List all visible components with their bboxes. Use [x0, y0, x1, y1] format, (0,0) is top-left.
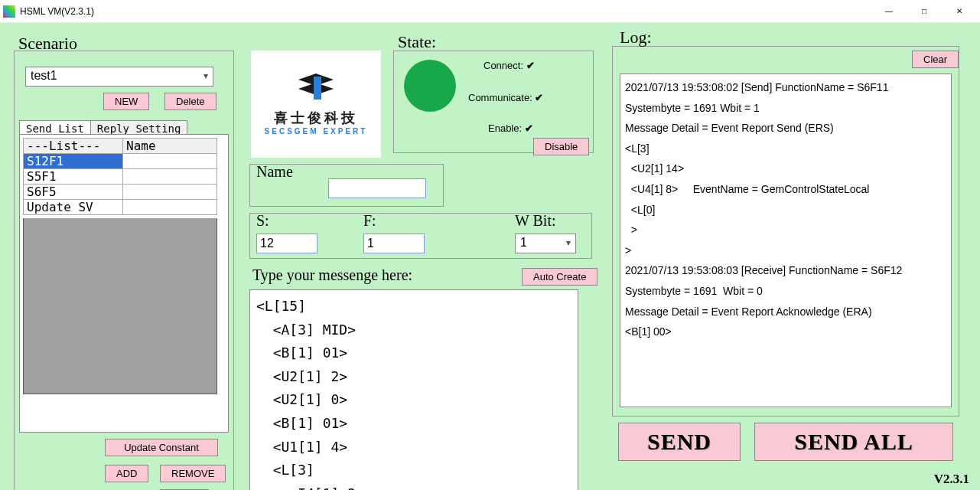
update-constant-button[interactable]: Update Constant: [105, 439, 218, 456]
logo-text-cn: 喜士俊科技: [274, 109, 358, 127]
connect-label: Connect:: [483, 60, 523, 71]
cell-name: [123, 169, 217, 185]
table-row[interactable]: Update SV: [24, 200, 217, 215]
wbit-value: 1: [520, 236, 527, 249]
scenario-select-value: test1: [31, 69, 57, 82]
cell-name: [123, 185, 217, 200]
cell-list: Update SV: [24, 200, 123, 215]
minimize-button[interactable]: —: [871, 0, 907, 23]
table-row[interactable]: S6F5: [24, 185, 217, 200]
add-button[interactable]: ADD: [105, 465, 148, 482]
logo-icon: [295, 74, 337, 104]
f-input[interactable]: [363, 234, 425, 253]
send-list-grid[interactable]: ---List--- Name S12F1 S5F1 S6F5 Update S…: [23, 138, 217, 215]
state-label: State:: [398, 32, 436, 52]
cell-name: [123, 154, 217, 169]
name-group: Name: [249, 164, 444, 207]
message-textarea[interactable]: <L[15] <A[3] MID> <B[1] 01> <U2[1] 2> <U…: [249, 289, 578, 490]
maximize-button[interactable]: □: [907, 0, 942, 23]
titlebar: HSML VM(V2.3.1) — □ ✕: [0, 0, 980, 23]
s-input[interactable]: [256, 234, 317, 253]
main-panel: Scenario test1 NEW Delete Send List Repl…: [0, 23, 980, 490]
send-button[interactable]: SEND: [618, 423, 741, 461]
clear-button[interactable]: Clear: [912, 51, 959, 68]
delete-button[interactable]: Delete: [164, 93, 217, 110]
scenario-select[interactable]: test1: [25, 67, 213, 87]
log-content: 2021/07/13 19:53:08:02 [Send] FunctionNa…: [625, 77, 946, 342]
version-label: V2.3.1: [934, 472, 969, 487]
message-label: Type your messenge here:: [252, 266, 412, 284]
app-icon: [3, 5, 15, 18]
cell-name: [123, 200, 217, 215]
name-input[interactable]: [328, 178, 426, 198]
table-row[interactable]: S5F1: [24, 169, 217, 185]
grid-header-list: ---List---: [24, 139, 123, 154]
grid-empty-area: [23, 218, 217, 394]
connect-row: Connect: ✔: [483, 60, 535, 71]
s-label: S:: [256, 212, 269, 230]
check-icon: ✔: [535, 92, 543, 103]
sf-group: S: F: W Bit: 1: [249, 213, 592, 259]
communicate-row: Communicate: ✔: [468, 92, 543, 103]
log-textarea[interactable]: 2021/07/13 19:53:08:02 [Send] FunctionNa…: [620, 74, 952, 407]
window-title: HSML VM(V2.3.1): [20, 6, 94, 17]
table-row[interactable]: S12F1: [24, 154, 217, 169]
cell-list: S12F1: [24, 154, 123, 169]
state-indicator-icon: [404, 60, 456, 112]
disable-button[interactable]: Disable: [533, 138, 589, 155]
f-label: F:: [363, 212, 376, 230]
auto-create-button[interactable]: Auto Create: [522, 268, 597, 286]
remove-button[interactable]: REMOVE: [160, 465, 226, 482]
enable-label: Enable:: [488, 122, 522, 134]
cell-list: S5F1: [24, 169, 123, 185]
log-label: Log:: [620, 28, 652, 47]
check-icon: ✔: [526, 60, 535, 71]
scenario-group: test1 NEW Delete Send List Reply Setting…: [14, 51, 234, 490]
wbit-label: W Bit:: [515, 212, 556, 230]
check-icon: ✔: [525, 122, 533, 134]
logo-text-en: SECSGEM EXPERT: [265, 127, 368, 136]
name-label: Name: [256, 163, 293, 181]
communicate-label: Communicate:: [468, 92, 532, 103]
svg-rect-0: [314, 77, 321, 100]
wbit-select[interactable]: 1: [515, 234, 576, 253]
close-button[interactable]: ✕: [942, 0, 977, 23]
send-all-button[interactable]: SEND ALL: [754, 423, 953, 461]
enable-row: Enable: ✔: [488, 122, 533, 134]
new-button[interactable]: NEW: [103, 93, 149, 110]
grid-header-name: Name: [123, 139, 217, 154]
cell-list: S6F5: [24, 185, 123, 200]
logo: 喜士俊科技 SECSGEM EXPERT: [251, 51, 381, 158]
